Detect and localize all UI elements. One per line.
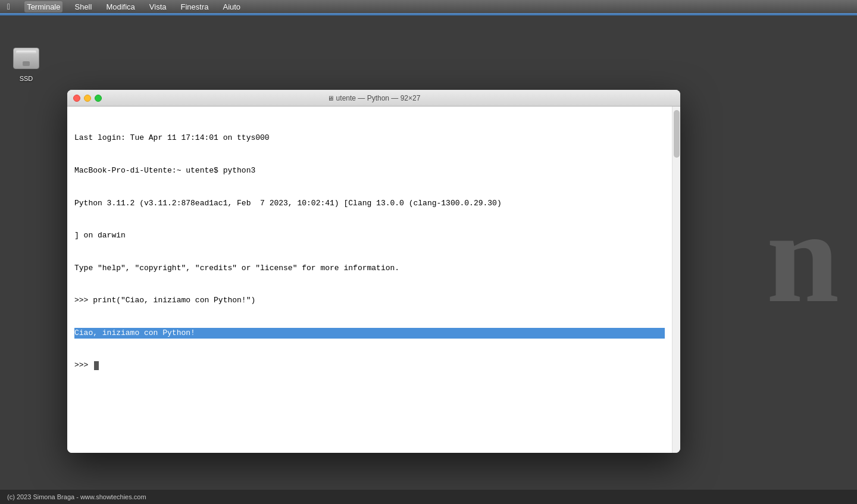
- ssd-icon-label: SSD: [20, 75, 33, 82]
- maximize-button[interactable]: [95, 95, 102, 102]
- menu-shell[interactable]: Shell: [72, 1, 94, 12]
- minimize-button[interactable]: [84, 95, 91, 102]
- ssd-icon: [12, 44, 40, 73]
- terminal-line-1: Last login: Tue Apr 11 17:14:01 on ttys0…: [74, 133, 665, 143]
- terminal-line-8: >>>: [74, 360, 665, 371]
- terminal-body[interactable]: Last login: Tue Apr 11 17:14:01 on ttys0…: [67, 107, 672, 453]
- terminal-line-5: Type "help", "copyright", "credits" or "…: [74, 263, 665, 274]
- terminal-line-2: MacBook-Pro-di-Utente:~ utente$ python3: [74, 165, 665, 176]
- watermark: n: [767, 182, 839, 333]
- terminal-line-7: Ciao, iniziamo con Python!: [74, 328, 665, 339]
- scrollbar-thumb[interactable]: [674, 110, 680, 158]
- bottom-bar-text: (c) 2023 Simona Braga - www.showtechies.…: [7, 493, 146, 500]
- terminal-title-text: utente — Python — 92×27: [336, 94, 421, 102]
- traffic-lights: [73, 95, 102, 102]
- terminal-line-3: Python 3.11.2 (v3.11.2:878ead1ac1, Feb 7…: [74, 198, 665, 209]
- ssd-desktop-icon[interactable]: SSD: [7, 44, 45, 82]
- menu-vista[interactable]: Vista: [147, 1, 169, 12]
- menubar:  Terminale Shell Modifica Vista Finestr…: [0, 0, 857, 13]
- menu-finestra[interactable]: Finestra: [179, 1, 211, 12]
- menu-terminale[interactable]: Terminale: [24, 1, 62, 12]
- terminal-line-6: >>> print("Ciao, iniziamo con Python!"): [74, 295, 665, 306]
- close-button[interactable]: [73, 95, 80, 102]
- terminal-title: 🖥 utente — Python — 92×27: [327, 94, 421, 102]
- terminal-title-icon: 🖥: [327, 95, 334, 102]
- menu-aiuto[interactable]: Aiuto: [220, 1, 243, 12]
- bottom-bar: (c) 2023 Simona Braga - www.showtechies.…: [0, 490, 857, 504]
- terminal-content-area: Last login: Tue Apr 11 17:14:01 on ttys0…: [67, 107, 680, 453]
- apple-menu[interactable]: : [5, 1, 12, 12]
- terminal-cursor: [94, 361, 99, 370]
- terminal-prompt: >>>: [74, 360, 93, 371]
- terminal-line-4: ] on darwin: [74, 230, 665, 241]
- terminal-titlebar: 🖥 utente — Python — 92×27: [67, 90, 680, 107]
- terminal-scrollbar[interactable]: [672, 107, 680, 453]
- terminal-window: 🖥 utente — Python — 92×27 Last login: Tu…: [67, 90, 680, 453]
- menu-modifica[interactable]: Modifica: [104, 1, 137, 12]
- desktop: SSD n 🖥 utente — Python — 92×27 Last log…: [0, 15, 857, 490]
